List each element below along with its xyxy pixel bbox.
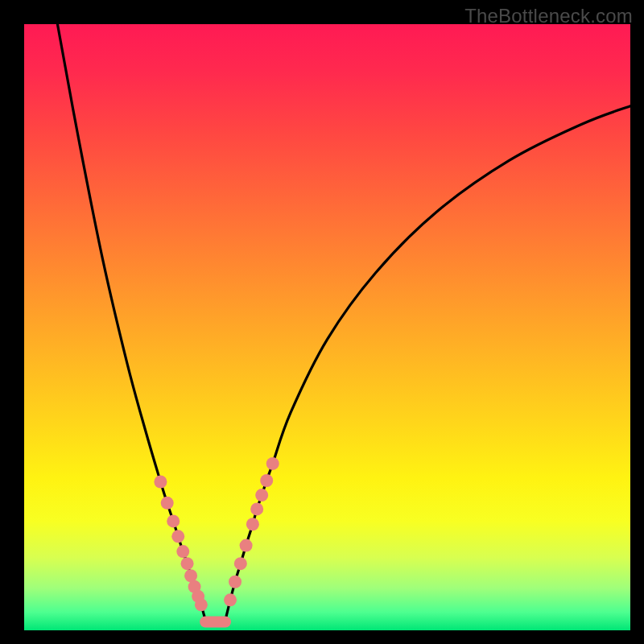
data-bead	[260, 474, 273, 487]
data-bead	[255, 489, 268, 502]
data-bead	[167, 514, 180, 527]
chart-svg	[24, 24, 630, 630]
data-bead	[250, 502, 263, 515]
data-bead	[154, 476, 167, 489]
chart-frame: TheBottleneck.com	[0, 0, 644, 644]
data-bead	[195, 598, 208, 611]
data-bead	[161, 497, 174, 510]
data-bead	[234, 557, 247, 570]
data-bead	[176, 545, 189, 558]
data-bead	[224, 593, 237, 606]
data-bead	[229, 576, 242, 588]
data-bead	[240, 539, 253, 552]
chart-plot-area	[24, 24, 630, 630]
data-bead	[266, 457, 279, 470]
curve-left-branch	[57, 24, 205, 620]
curve-right-branch	[225, 106, 630, 621]
data-bead	[181, 557, 194, 570]
data-bead	[171, 530, 184, 543]
data-bead	[184, 569, 197, 582]
data-bead	[246, 518, 259, 530]
